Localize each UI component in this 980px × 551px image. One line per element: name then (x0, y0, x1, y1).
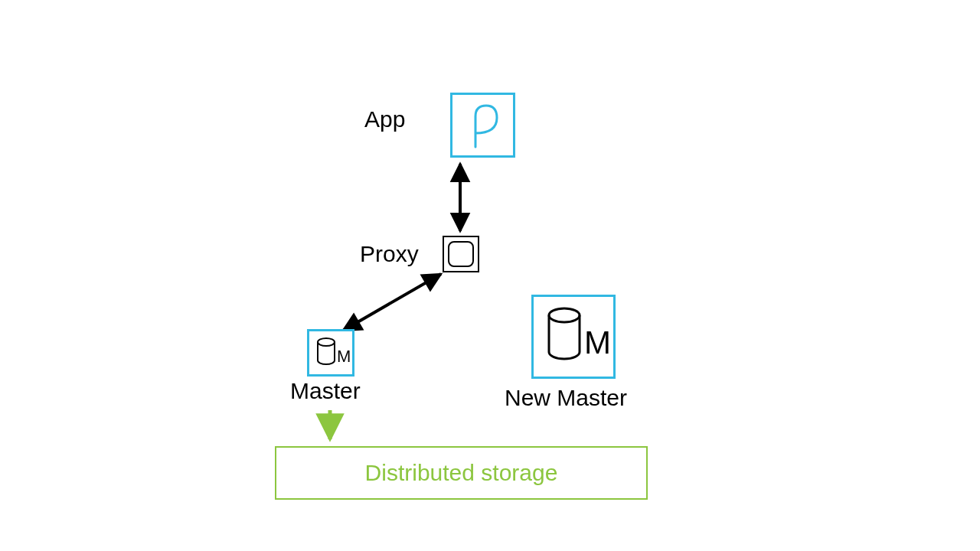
storage-node: Distributed storage (275, 446, 648, 500)
storage-label: Distributed storage (365, 460, 558, 486)
diagram-stage: App Proxy M (0, 0, 980, 551)
